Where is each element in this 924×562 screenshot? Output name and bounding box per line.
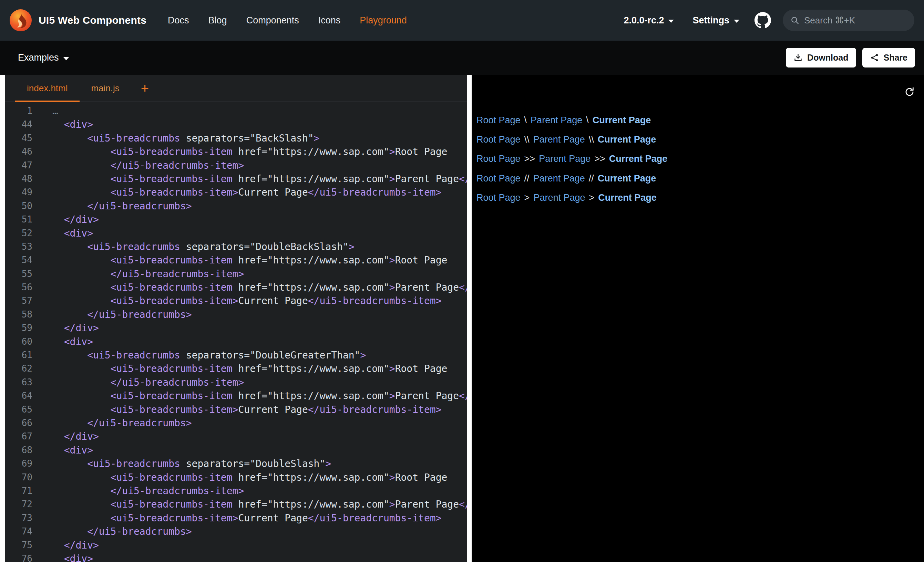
examples-label: Examples: [18, 52, 59, 63]
code-line: 71 </ui5-breadcrumbs-item>: [5, 484, 467, 498]
share-button[interactable]: Share: [862, 48, 915, 67]
refresh-icon[interactable]: [904, 87, 915, 97]
line-number: 72: [5, 498, 32, 511]
code-line: 52 <div>: [5, 226, 467, 240]
code-line-text: </div>: [32, 321, 467, 335]
code-line-text: <div>: [32, 118, 467, 131]
nav-link-blog[interactable]: Blog: [208, 15, 227, 26]
breadcrumb-link[interactable]: Parent Page: [533, 173, 585, 184]
add-tab-button[interactable]: +: [131, 75, 159, 102]
version-dropdown[interactable]: 2.0.0-rc.2: [624, 15, 674, 26]
examples-dropdown[interactable]: Examples: [18, 52, 69, 63]
breadcrumb-link[interactable]: Root Page: [477, 134, 520, 145]
top-navbar: UI5 Web Components DocsBlogComponentsIco…: [0, 0, 924, 40]
line-number: 62: [5, 362, 32, 375]
code-line-text: <ui5-breadcrumbs separators="DoubleSlash…: [32, 457, 467, 471]
breadcrumb-separator: \\: [589, 134, 594, 145]
examples-toolbar: Examples Download Share: [0, 40, 924, 75]
breadcrumb-link[interactable]: Root Page: [477, 192, 520, 203]
github-icon[interactable]: [754, 12, 771, 28]
tab-main.js[interactable]: main.js: [80, 75, 131, 102]
line-number: 58: [5, 308, 32, 321]
line-number: 61: [5, 349, 32, 362]
breadcrumbs-row: Root Page//Parent Page//Current Page: [477, 169, 924, 188]
breadcrumb-link[interactable]: Root Page: [477, 173, 520, 184]
line-number: 70: [5, 471, 32, 484]
chevron-down-icon: [63, 57, 69, 60]
tab-index.html[interactable]: index.html: [15, 75, 80, 102]
code-line: 67 </div>: [5, 430, 467, 443]
breadcrumb-link[interactable]: Root Page: [477, 115, 520, 126]
line-number: 75: [5, 539, 32, 552]
breadcrumb-link[interactable]: Root Page: [477, 154, 520, 164]
line-number: 74: [5, 525, 32, 538]
code-line: 54 <ui5-breadcrumbs-item href="https://w…: [5, 253, 467, 267]
code-line-text: <ui5-breadcrumbs-item href="https://www.…: [32, 281, 467, 294]
breadcrumb-link[interactable]: Parent Page: [539, 154, 591, 164]
line-number: 67: [5, 430, 32, 443]
line-number: 50: [5, 199, 32, 213]
breadcrumb-separator: >: [524, 192, 530, 203]
line-number: 56: [5, 281, 32, 294]
code-area[interactable]: 1…44 <div>45 <ui5-breadcrumbs separators…: [5, 102, 467, 562]
breadcrumb-current: Current Page: [598, 134, 656, 145]
nav-link-playground[interactable]: Playground: [360, 15, 407, 26]
breadcrumb-link[interactable]: Parent Page: [533, 192, 585, 203]
code-line-text: <ui5-breadcrumbs-item>Current Page</ui5-…: [32, 294, 467, 307]
breadcrumb-separator: >>: [524, 154, 536, 164]
search-icon: [790, 16, 799, 25]
nav-link-icons[interactable]: Icons: [318, 15, 341, 26]
nav-link-components[interactable]: Components: [246, 15, 299, 26]
nav-link-docs[interactable]: Docs: [168, 15, 189, 26]
code-line: 72 <ui5-breadcrumbs-item href="https://w…: [5, 498, 467, 511]
code-line: 56 <ui5-breadcrumbs-item href="https://w…: [5, 281, 467, 294]
code-line-text: <ui5-breadcrumbs separators="DoubleBackS…: [32, 240, 467, 253]
code-line-text: </div>: [32, 213, 467, 226]
line-number: 51: [5, 213, 32, 226]
code-line-text: </ui5-breadcrumbs-item>: [32, 484, 467, 498]
nav-links: DocsBlogComponentsIconsPlayground: [168, 15, 407, 26]
code-editor-pane: index.htmlmain.js + 1…44 <div>45 <ui5-br…: [5, 75, 467, 562]
download-icon: [794, 53, 803, 62]
code-line: 66 </ui5-breadcrumbs>: [5, 416, 467, 430]
code-line: 59 </div>: [5, 321, 467, 335]
brand: UI5 Web Components: [10, 9, 146, 31]
breadcrumb-current: Current Page: [609, 154, 668, 164]
code-line-text: <ui5-breadcrumbs separators="DoubleGreat…: [32, 349, 467, 362]
ui5-logo-icon[interactable]: [10, 9, 32, 31]
code-line: 49 <ui5-breadcrumbs-item>Current Page</u…: [5, 186, 467, 199]
code-line-text: <div>: [32, 335, 467, 349]
breadcrumb-current: Current Page: [598, 192, 657, 203]
breadcrumb-current: Current Page: [598, 173, 656, 184]
code-line-text: <ui5-breadcrumbs-item href="https://www.…: [32, 362, 467, 375]
breadcrumb-link[interactable]: Parent Page: [533, 134, 585, 145]
code-line: 53 <ui5-breadcrumbs separators="DoubleBa…: [5, 240, 467, 253]
editor-tabbar: index.htmlmain.js +: [5, 75, 467, 102]
line-number: 60: [5, 335, 32, 349]
breadcrumbs-row: Root Page\\Parent Page\\Current Page: [477, 130, 924, 149]
line-number: 66: [5, 416, 32, 430]
code-line: 73 <ui5-breadcrumbs-item>Current Page</u…: [5, 511, 467, 525]
code-line: 44 <div>: [5, 118, 467, 131]
line-number: 65: [5, 403, 32, 416]
settings-dropdown[interactable]: Settings: [693, 15, 740, 26]
code-line: 48 <ui5-breadcrumbs-item href="https://w…: [5, 172, 467, 186]
preview-pane: Root Page\Parent Page\Current PageRoot P…: [472, 75, 924, 562]
code-line: 47 </ui5-breadcrumbs-item>: [5, 159, 467, 172]
code-line: 50 </ui5-breadcrumbs>: [5, 199, 467, 213]
code-line-text: </div>: [32, 430, 467, 443]
code-line-text: <ui5-breadcrumbs-item href="https://www.…: [32, 253, 467, 267]
line-number: 49: [5, 186, 32, 199]
breadcrumbs-row: Root Page\Parent Page\Current Page: [477, 111, 924, 130]
code-line-text: <ui5-breadcrumbs-item>Current Page</ui5-…: [32, 511, 467, 525]
breadcrumb-link[interactable]: Parent Page: [531, 115, 582, 126]
download-button[interactable]: Download: [786, 48, 856, 67]
code-line-text: </ui5-breadcrumbs>: [32, 416, 467, 430]
line-number: 53: [5, 240, 32, 253]
line-number: 44: [5, 118, 32, 131]
pane-splitter[interactable]: [467, 75, 472, 562]
search-input[interactable]: [804, 15, 907, 26]
chevron-down-icon: [734, 19, 740, 23]
line-number: 52: [5, 226, 32, 240]
share-label: Share: [884, 53, 908, 63]
